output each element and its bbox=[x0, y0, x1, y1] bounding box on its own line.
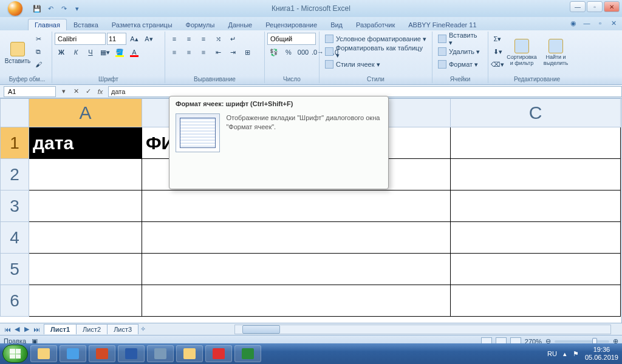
cell[interactable] bbox=[451, 159, 621, 190]
qat-dropdown-icon[interactable]: ▾ bbox=[72, 3, 83, 14]
format-cells-button[interactable]: Формат ▾ bbox=[435, 58, 485, 70]
sort-filter-button[interactable]: Сортировка и фильтр bbox=[505, 33, 538, 73]
clock[interactable]: 19:36 05.06.2019 bbox=[585, 346, 618, 361]
cell[interactable] bbox=[29, 285, 142, 317]
cell[interactable] bbox=[142, 190, 451, 222]
cell[interactable] bbox=[142, 254, 451, 285]
cell[interactable] bbox=[29, 159, 142, 190]
find-select-button[interactable]: Найти и выделить bbox=[539, 33, 572, 73]
number-format-select[interactable] bbox=[267, 33, 316, 45]
underline-button[interactable]: Ч bbox=[84, 46, 97, 58]
taskbar-app-word[interactable] bbox=[118, 345, 145, 362]
ribbon-restore-icon[interactable]: ▫ bbox=[595, 18, 605, 28]
cell[interactable] bbox=[451, 222, 621, 254]
taskbar-app-excel[interactable] bbox=[234, 345, 261, 362]
cell[interactable] bbox=[29, 190, 142, 222]
cell[interactable] bbox=[451, 127, 621, 159]
taskbar-app-explorer[interactable] bbox=[176, 345, 203, 362]
sheet-tab[interactable]: Лист2 bbox=[76, 324, 108, 334]
delete-cells-button[interactable]: Удалить ▾ bbox=[435, 46, 485, 58]
currency-icon[interactable]: 💱 bbox=[267, 46, 281, 58]
font-color-button[interactable]: A bbox=[128, 46, 141, 58]
sheet-nav-prev-icon[interactable]: ◀ bbox=[12, 325, 22, 334]
doc-close-icon[interactable]: ✕ bbox=[609, 18, 618, 28]
border-button[interactable]: ▦▾ bbox=[98, 46, 112, 58]
align-center-icon[interactable]: ≡ bbox=[182, 46, 196, 58]
cell[interactable] bbox=[451, 190, 621, 222]
copy-icon[interactable]: ⧉ bbox=[32, 46, 45, 58]
taskbar-app-folder[interactable] bbox=[30, 345, 57, 362]
ribbon-tab-3[interactable]: Формулы bbox=[179, 19, 222, 30]
row-header[interactable]: 3 bbox=[0, 190, 29, 222]
sheet-tab[interactable]: Лист1 bbox=[44, 324, 77, 334]
cell-styles-button[interactable]: Стили ячеек ▾ bbox=[322, 58, 429, 70]
taskbar-app-opera[interactable] bbox=[205, 345, 232, 362]
bold-button[interactable]: Ж bbox=[55, 46, 68, 58]
increase-indent-icon[interactable]: ⇥ bbox=[226, 46, 239, 58]
row-header[interactable]: 1 bbox=[0, 127, 29, 159]
sheet-tab[interactable]: Лист3 bbox=[107, 324, 138, 334]
fbar-dropdown-icon[interactable]: ▾ bbox=[58, 86, 69, 97]
row-header[interactable]: 4 bbox=[0, 222, 29, 254]
column-header[interactable]: C bbox=[451, 98, 621, 127]
ribbon-tab-1[interactable]: Вставка bbox=[67, 19, 105, 30]
ribbon-tab-8[interactable]: ABBYY FineReader 11 bbox=[402, 19, 483, 30]
confirm-edit-icon[interactable]: ✓ bbox=[83, 86, 94, 97]
decrease-font-icon[interactable]: A▾ bbox=[142, 33, 156, 45]
merge-cells-icon[interactable]: ⊞ bbox=[241, 46, 254, 58]
column-header[interactable]: A bbox=[29, 98, 142, 127]
sheet-nav-last-icon[interactable]: ⏭ bbox=[32, 325, 41, 334]
fill-color-button[interactable]: 🪣 bbox=[113, 46, 126, 58]
ribbon-tab-0[interactable]: Главная bbox=[28, 19, 67, 30]
ribbon-tab-6[interactable]: Вид bbox=[324, 19, 349, 30]
align-bottom-icon[interactable]: ≡ bbox=[197, 33, 210, 45]
select-all-corner[interactable] bbox=[0, 98, 29, 127]
cancel-edit-icon[interactable]: ✕ bbox=[70, 86, 81, 97]
taskbar-app-ie[interactable] bbox=[60, 345, 86, 362]
paste-button[interactable]: Вставить bbox=[5, 33, 30, 73]
insert-cells-button[interactable]: Вставить ▾ bbox=[435, 33, 485, 45]
ribbon-tab-4[interactable]: Данные bbox=[221, 19, 259, 30]
language-indicator[interactable]: RU bbox=[547, 350, 557, 357]
redo-icon[interactable]: ↷ bbox=[58, 3, 69, 14]
undo-icon[interactable]: ↶ bbox=[45, 3, 56, 14]
row-header[interactable]: 6 bbox=[0, 285, 29, 317]
fill-icon[interactable]: ⬇▾ bbox=[491, 46, 504, 58]
align-middle-icon[interactable]: ≡ bbox=[182, 33, 196, 45]
name-box[interactable]: A1 bbox=[4, 86, 56, 97]
zoom-slider[interactable] bbox=[555, 340, 609, 343]
comma-icon[interactable]: 000 bbox=[296, 46, 310, 58]
increase-font-icon[interactable]: A▴ bbox=[128, 33, 141, 45]
ribbon-tab-7[interactable]: Разработчик bbox=[349, 19, 402, 30]
font-family-select[interactable] bbox=[55, 33, 106, 45]
orientation-icon[interactable]: ⤭ bbox=[211, 33, 225, 45]
taskbar-app-calc[interactable] bbox=[147, 345, 174, 362]
start-button[interactable] bbox=[2, 345, 28, 363]
minimize-button[interactable]: — bbox=[570, 1, 586, 12]
wrap-text-icon[interactable]: ↵ bbox=[226, 33, 239, 45]
ribbon-tab-2[interactable]: Разметка страницы bbox=[105, 19, 179, 30]
office-button[interactable] bbox=[4, 0, 27, 17]
help-icon[interactable]: ◉ bbox=[569, 18, 578, 28]
tray-up-icon[interactable]: ▴ bbox=[563, 350, 567, 358]
align-left-icon[interactable]: ≡ bbox=[168, 46, 181, 58]
sheet-nav-next-icon[interactable]: ▶ bbox=[22, 325, 32, 334]
maximize-button[interactable]: ▫ bbox=[587, 1, 603, 12]
cut-icon[interactable]: ✂ bbox=[32, 33, 45, 45]
sheet-nav-first-icon[interactable]: ⏮ bbox=[2, 325, 12, 334]
font-size-select[interactable] bbox=[107, 33, 126, 45]
cell[interactable] bbox=[142, 285, 451, 317]
italic-button[interactable]: К bbox=[69, 46, 83, 58]
cell[interactable] bbox=[142, 222, 451, 254]
percent-icon[interactable]: % bbox=[282, 46, 295, 58]
horizontal-scrollbar[interactable] bbox=[234, 325, 611, 334]
cell[interactable] bbox=[29, 254, 142, 285]
align-top-icon[interactable]: ≡ bbox=[168, 33, 181, 45]
cell[interactable] bbox=[29, 222, 142, 254]
new-sheet-icon[interactable]: ✧ bbox=[138, 325, 148, 334]
align-right-icon[interactable]: ≡ bbox=[197, 46, 210, 58]
taskbar-app-powerpoint[interactable] bbox=[89, 345, 115, 362]
save-icon[interactable]: 💾 bbox=[32, 3, 43, 14]
cell[interactable] bbox=[451, 285, 621, 317]
clear-icon[interactable]: ⌫▾ bbox=[491, 58, 504, 70]
